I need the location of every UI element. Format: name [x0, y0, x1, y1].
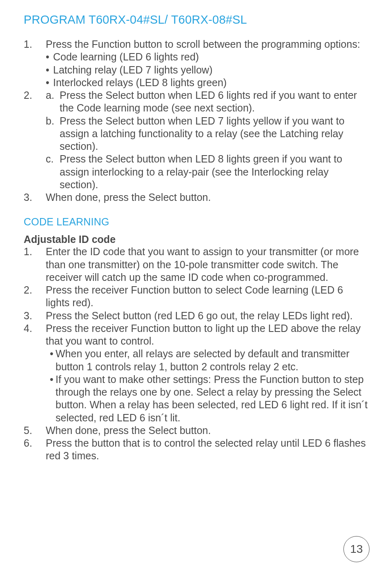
item-number: 1.	[24, 245, 46, 258]
item-text: Enter the ID code that you want to assig…	[46, 245, 368, 284]
item-number: 2.	[24, 89, 46, 102]
list-item: 5. When done, press the Select button.	[24, 424, 368, 437]
program-section: 1. Press the Function button to scroll b…	[24, 38, 368, 204]
list-item: 3. When done, press the Select button.	[24, 191, 368, 204]
item-text: When done, press the Select button.	[46, 191, 368, 204]
list-item: 4. Press the receiver Function button to…	[24, 322, 368, 348]
bullet-icon: •	[46, 51, 53, 63]
item-number: 4.	[24, 322, 46, 335]
sub-text: Press the Select button when LED 7 light…	[60, 115, 368, 153]
item-number: 5.	[24, 424, 46, 437]
page-number: 13	[350, 543, 363, 556]
sub-item: a. Press the Select button when LED 6 li…	[46, 89, 368, 115]
page-number-circle: 13	[343, 536, 370, 562]
bullet-text: Interlocked relays (LED 8 lights green)	[53, 76, 227, 89]
sub-text: Press the Select button when LED 6 light…	[60, 89, 368, 115]
list-item: 6. Press the button that is to control t…	[24, 437, 368, 463]
item-number: 3.	[24, 309, 46, 322]
sub-letter: c.	[46, 153, 60, 165]
bullet-item: • Latching relay (LED 7 lights yellow)	[46, 64, 368, 76]
item-number: 1.	[24, 38, 46, 51]
sub-item: c. Press the Select button when LED 8 li…	[46, 153, 368, 191]
bullet-text: If you want to make other settings: Pres…	[56, 373, 368, 424]
item-text: When done, press the Select button.	[46, 424, 368, 437]
bullet-group: • Code learning (LED 6 lights red) • Lat…	[46, 51, 368, 89]
bullet-text: Code learning (LED 6 lights red)	[53, 51, 199, 63]
bullet-item: • If you want to make other settings: Pr…	[46, 373, 368, 424]
document-page: PROGRAM T60RX-04#SL/ T60RX-08#SL 1. Pres…	[0, 0, 392, 572]
item-number: 6.	[24, 437, 46, 450]
code-learning-section: 1. Enter the ID code that you want to as…	[24, 245, 368, 462]
item-text: Press the receiver Function button to li…	[46, 322, 368, 348]
bullet-group: • When you enter, all relays are selecte…	[46, 347, 368, 424]
adjustable-heading: Adjustable ID code	[24, 234, 368, 245]
bullet-text: When you enter, all relays are selected …	[56, 347, 368, 373]
page-title: PROGRAM T60RX-04#SL/ T60RX-08#SL	[24, 13, 368, 27]
item-text: Press the button that is to control the …	[46, 437, 368, 463]
item-number: 3.	[24, 191, 46, 204]
bullet-icon: •	[46, 76, 53, 89]
sub-item: b. Press the Select button when LED 7 li…	[46, 115, 368, 153]
list-item: 3. Press the Select button (red LED 6 go…	[24, 309, 368, 322]
item-text: Press the receiver Function button to se…	[46, 284, 368, 309]
sub-text: Press the Select button when LED 8 light…	[60, 153, 368, 191]
bullet-icon: •	[50, 373, 56, 386]
item-text: Press the Select button (red LED 6 go ou…	[46, 309, 368, 322]
list-item-bullets: • Code learning (LED 6 lights red) • Lat…	[24, 51, 368, 89]
list-item: 1. Enter the ID code that you want to as…	[24, 245, 368, 284]
bullet-icon: •	[50, 347, 56, 360]
bullet-icon: •	[46, 64, 53, 76]
bullet-item: • When you enter, all relays are selecte…	[46, 347, 368, 373]
list-item: 1. Press the Function button to scroll b…	[24, 38, 368, 51]
sub-letter: a.	[46, 89, 60, 102]
bullet-item: • Interlocked relays (LED 8 lights green…	[46, 76, 368, 89]
code-learning-heading: CODE LEARNING	[24, 216, 368, 228]
list-item: 2. Press the receiver Function button to…	[24, 284, 368, 309]
bullet-item: • Code learning (LED 6 lights red)	[46, 51, 368, 63]
list-item-bullets: • When you enter, all relays are selecte…	[24, 347, 368, 424]
item-text: Press the Function button to scroll betw…	[46, 38, 368, 51]
sub-list: a. Press the Select button when LED 6 li…	[46, 89, 368, 191]
list-item: 2. a. Press the Select button when LED 6…	[24, 89, 368, 191]
sub-letter: b.	[46, 115, 60, 127]
item-number: 2.	[24, 284, 46, 296]
bullet-text: Latching relay (LED 7 lights yellow)	[53, 64, 212, 76]
